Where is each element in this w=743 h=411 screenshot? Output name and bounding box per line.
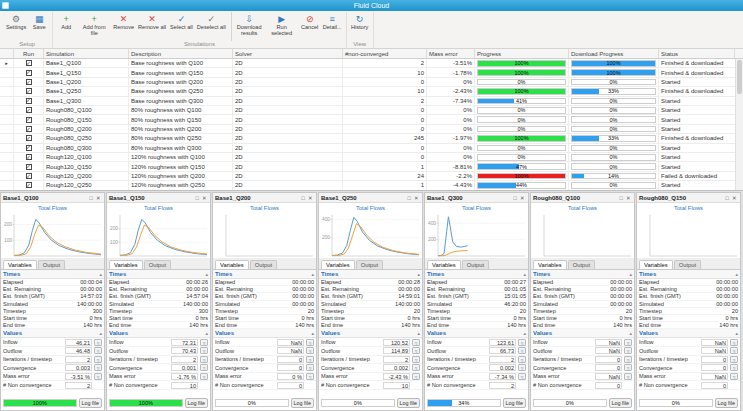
log-file-button[interactable]: Log file xyxy=(185,398,208,408)
column-header-non-converged[interactable]: #non-converged xyxy=(343,49,427,58)
values-section-header[interactable]: Values ▴ xyxy=(425,329,528,338)
column-header-progress[interactable]: Progress xyxy=(475,49,569,58)
plot-button[interactable]: ≈ xyxy=(518,339,526,346)
plot-button[interactable]: ≈ xyxy=(94,364,102,371)
column-header-run[interactable]: Run xyxy=(14,49,44,58)
times-section-header[interactable]: Times ▴ xyxy=(107,270,210,279)
tab-variables[interactable]: Variables xyxy=(427,260,461,269)
collapse-icon[interactable]: ▴ xyxy=(205,330,208,336)
collapse-icon[interactable]: ▴ xyxy=(523,271,526,277)
plot-button[interactable]: ≈ xyxy=(624,347,632,354)
ribbon-button[interactable]: ✓ Deselect all xyxy=(195,12,228,41)
table-row[interactable]: ✓ Rough080_Q100 80% roughness with Q100 … xyxy=(0,106,743,115)
collapse-icon[interactable]: ▴ xyxy=(417,330,420,336)
run-checkbox[interactable]: ✓ xyxy=(26,126,32,132)
table-row[interactable]: ✓ Rough080_Q300 80% roughness with Q300 … xyxy=(0,144,743,153)
tab-output[interactable]: Output xyxy=(674,260,701,269)
plot-button[interactable]: ≈ xyxy=(412,373,420,380)
run-checkbox[interactable]: ✓ xyxy=(26,173,32,179)
run-checkbox[interactable]: ✓ xyxy=(26,117,32,123)
panel-close-icon[interactable]: ✕ xyxy=(94,195,102,201)
column-header-mass-error[interactable]: Mass error xyxy=(427,49,475,58)
log-file-button[interactable]: Log file xyxy=(397,398,420,408)
plot-button[interactable]: ≈ xyxy=(94,347,102,354)
plot-button[interactable]: ≈ xyxy=(306,373,314,380)
table-row[interactable]: ✓ Rough080_Q200 80% roughness with Q200 … xyxy=(0,125,743,134)
column-header-status[interactable]: Status xyxy=(659,49,735,58)
run-checkbox[interactable]: ✓ xyxy=(26,70,32,76)
table-row[interactable]: ✓ Rough120_Q100 120% roughness with Q100… xyxy=(0,153,743,162)
ribbon-button[interactable]: ⇩ Download results xyxy=(231,12,265,41)
ribbon-button[interactable]: ▦ Save xyxy=(28,12,50,41)
plot-button[interactable]: ≈ xyxy=(624,339,632,346)
plot-button[interactable]: ≈ xyxy=(518,373,526,380)
table-row[interactable]: ▸ ✓ Base1_Q100 Base roughness with Q100 … xyxy=(0,59,743,68)
log-file-button[interactable]: Log file xyxy=(503,398,526,408)
collapse-icon[interactable]: ▴ xyxy=(629,330,632,336)
times-section-header[interactable]: Times ▴ xyxy=(213,270,316,279)
table-row[interactable]: ✓ Rough120_Q200 120% roughness with Q200… xyxy=(0,172,743,181)
tab-variables[interactable]: Variables xyxy=(321,260,355,269)
plot-button[interactable]: ≈ xyxy=(94,339,102,346)
collapse-icon[interactable]: ▴ xyxy=(629,271,632,277)
collapse-icon[interactable]: ▴ xyxy=(205,271,208,277)
plot-button[interactable]: ≈ xyxy=(730,347,738,354)
values-section-header[interactable]: Values ▴ xyxy=(213,329,316,338)
ribbon-button[interactable]: ⊘ Cancel xyxy=(299,12,321,41)
panel-close-icon[interactable]: ✕ xyxy=(200,195,208,201)
run-checkbox[interactable]: ✓ xyxy=(26,145,32,151)
run-checkbox[interactable]: ✓ xyxy=(26,164,32,170)
values-section-header[interactable]: Values ▴ xyxy=(1,329,104,338)
plot-button[interactable]: ≈ xyxy=(730,339,738,346)
row-selector[interactable]: ▸ xyxy=(0,59,14,67)
collapse-icon[interactable]: ▴ xyxy=(735,330,738,336)
tab-output[interactable]: Output xyxy=(250,260,277,269)
run-checkbox[interactable]: ✓ xyxy=(26,88,32,94)
times-section-header[interactable]: Times ▴ xyxy=(531,270,634,279)
ribbon-button[interactable]: ⚙ Settings xyxy=(4,12,28,41)
tab-variables[interactable]: Variables xyxy=(639,260,673,269)
row-selector[interactable] xyxy=(0,106,14,114)
log-file-button[interactable]: Log file xyxy=(291,398,314,408)
column-header-download-progress[interactable]: Download Progress xyxy=(569,49,659,58)
plot-button[interactable]: ≈ xyxy=(412,339,420,346)
column-header-solver[interactable]: Solver xyxy=(233,49,343,58)
tab-variables[interactable]: Variables xyxy=(3,260,37,269)
plot-button[interactable]: ≈ xyxy=(624,373,632,380)
panel-close-icon[interactable]: ✕ xyxy=(518,195,526,201)
plot-button[interactable]: ≈ xyxy=(730,356,738,363)
times-section-header[interactable]: Times ▴ xyxy=(637,270,740,279)
plot-button[interactable]: ≈ xyxy=(624,364,632,371)
row-selector[interactable] xyxy=(0,125,14,133)
table-row[interactable]: ✓ Base1_Q150 Base roughness with Q150 2D… xyxy=(0,68,743,77)
run-checkbox[interactable]: ✓ xyxy=(26,107,32,113)
row-selector[interactable] xyxy=(0,68,14,76)
tab-variables[interactable]: Variables xyxy=(215,260,249,269)
run-checkbox[interactable]: ✓ xyxy=(26,182,32,188)
collapse-icon[interactable]: ▴ xyxy=(99,330,102,336)
panel-close-icon[interactable]: ✕ xyxy=(306,195,314,201)
table-row[interactable]: ✓ Rough080_Q150 80% roughness with Q150 … xyxy=(0,115,743,124)
collapse-icon[interactable]: ▴ xyxy=(99,271,102,277)
plot-button[interactable]: ≈ xyxy=(518,356,526,363)
values-section-header[interactable]: Values ▴ xyxy=(637,329,740,338)
panel-close-icon[interactable]: ✕ xyxy=(412,195,420,201)
ribbon-button[interactable]: ✕ Remove all xyxy=(136,12,168,41)
plot-button[interactable]: ≈ xyxy=(200,373,208,380)
panel-close-icon[interactable]: ✕ xyxy=(730,195,738,201)
row-selector[interactable] xyxy=(0,134,14,142)
ribbon-button[interactable]: ≡ Detail... xyxy=(321,12,344,41)
ribbon-button[interactable]: ✕ Remove xyxy=(111,12,136,41)
plot-button[interactable]: ≈ xyxy=(412,364,420,371)
plot-button[interactable]: ≈ xyxy=(200,356,208,363)
collapse-icon[interactable]: ▴ xyxy=(417,271,420,277)
times-section-header[interactable]: Times ▴ xyxy=(425,270,528,279)
log-file-button[interactable]: Log file xyxy=(79,398,102,408)
plot-button[interactable]: ≈ xyxy=(200,364,208,371)
scrollbar-thumb[interactable] xyxy=(737,60,742,94)
plot-button[interactable]: ≈ xyxy=(730,373,738,380)
run-checkbox[interactable]: ✓ xyxy=(26,79,32,85)
column-header-description[interactable]: Description xyxy=(129,49,233,58)
times-section-header[interactable]: Times ▴ xyxy=(1,270,104,279)
ribbon-button[interactable]: ↻ History xyxy=(349,12,371,41)
